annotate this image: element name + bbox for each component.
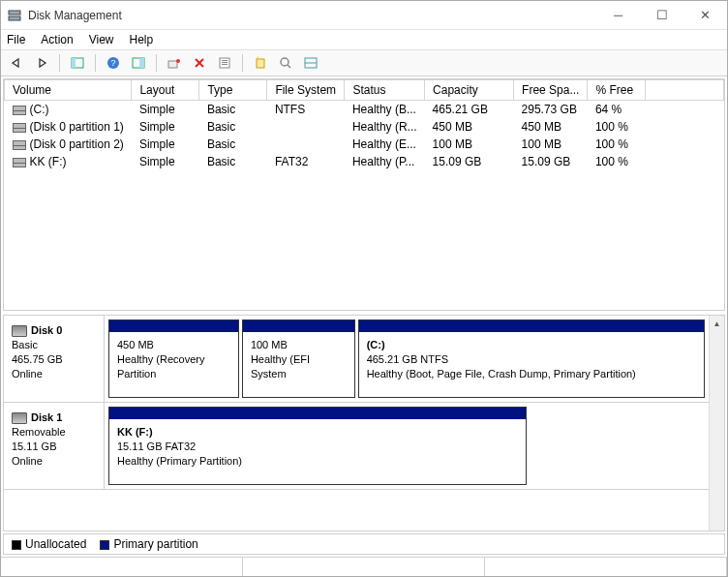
- volume-name: (Disk 0 partition 2): [5, 136, 132, 153]
- forward-button[interactable]: [30, 52, 53, 74]
- col-capacity[interactable]: Capacity: [425, 80, 514, 101]
- volume-row[interactable]: (C:)SimpleBasicNTFSHealthy (B...465.21 G…: [5, 101, 724, 119]
- find-button[interactable]: [274, 52, 297, 74]
- volume-row[interactable]: (Disk 0 partition 2)SimpleBasicHealthy (…: [5, 136, 724, 153]
- partition-status: Healthy (Recovery Partition: [117, 353, 204, 380]
- volume-layout: Simple: [132, 153, 199, 170]
- volume-fs: [267, 118, 345, 136]
- volume-row[interactable]: KK (F:)SimpleBasicFAT32Healthy (P...15.0…: [5, 153, 724, 170]
- partition-size: 15.11 GB FAT32: [117, 440, 196, 452]
- partition-header-bar: [109, 408, 526, 419]
- col-volume[interactable]: Volume: [5, 80, 132, 101]
- disk-label[interactable]: Disk 0Basic465.75 GBOnline: [4, 316, 105, 402]
- toolbar-separator: [59, 54, 60, 72]
- menu-bar: File Action View Help: [1, 30, 727, 49]
- svg-rect-13: [222, 64, 228, 65]
- volume-capacity: 15.09 GB: [425, 153, 514, 170]
- col-filesystem[interactable]: File System: [267, 80, 345, 101]
- drive-icon: [13, 140, 26, 150]
- partition-size: 100 MB: [251, 339, 288, 350]
- partition[interactable]: KK (F:)15.11 GB FAT32Healthy (Primary Pa…: [108, 407, 527, 485]
- layout-button[interactable]: [299, 52, 322, 74]
- partition[interactable]: (C:)465.21 GB NTFSHealthy (Boot, Page Fi…: [358, 319, 705, 398]
- drive-icon: [13, 106, 26, 115]
- toolbar-separator: [95, 54, 96, 72]
- col-free[interactable]: Free Spa...: [514, 80, 588, 101]
- disk-kind: Removable: [12, 426, 66, 438]
- new-button[interactable]: [249, 52, 272, 74]
- menu-help[interactable]: Help: [130, 33, 154, 46]
- refresh-button[interactable]: [127, 52, 150, 74]
- legend-unallocated: Unallocated: [12, 537, 86, 551]
- partition-title: (C:): [367, 339, 385, 350]
- minimize-button[interactable]: ─: [596, 1, 640, 29]
- disk-state: Online: [12, 368, 43, 380]
- svg-rect-11: [222, 60, 228, 61]
- properties-button[interactable]: [213, 52, 236, 74]
- delete-button[interactable]: [188, 52, 211, 74]
- volume-free: 295.73 GB: [514, 101, 588, 119]
- col-pctfree[interactable]: % Free: [588, 80, 646, 101]
- volume-status: Healthy (R...: [345, 118, 425, 136]
- svg-rect-7: [139, 58, 144, 68]
- svg-rect-0: [9, 11, 20, 15]
- col-layout[interactable]: Layout: [132, 80, 199, 101]
- settings-button[interactable]: [163, 52, 186, 74]
- volume-capacity: 100 MB: [425, 136, 514, 153]
- help-button[interactable]: ?: [102, 52, 125, 74]
- svg-rect-3: [72, 58, 76, 68]
- partition-header-bar: [109, 320, 238, 332]
- show-hide-tree-button[interactable]: [66, 52, 89, 74]
- disk-size: 15.11 GB: [12, 440, 56, 452]
- volume-pct: 100 %: [588, 136, 646, 153]
- menu-file[interactable]: File: [7, 33, 25, 46]
- disk-graphical-view[interactable]: Disk 0Basic465.75 GBOnline450 MBHealthy …: [3, 315, 725, 531]
- legend: Unallocated Primary partition: [3, 533, 725, 555]
- disk-label[interactable]: Disk 1Removable15.11 GBOnline: [4, 403, 105, 489]
- volume-pct: 100 %: [588, 118, 646, 136]
- title-bar: Disk Management ─ ☐ ✕: [1, 1, 727, 30]
- volume-free: 450 MB: [514, 118, 588, 136]
- volume-fs: FAT32: [267, 153, 345, 170]
- volume-list[interactable]: Volume Layout Type File System Status Ca…: [3, 78, 725, 311]
- back-button[interactable]: [5, 52, 28, 74]
- primary-swatch-icon: [100, 540, 109, 550]
- menu-action[interactable]: Action: [41, 33, 73, 46]
- col-spacer: [646, 80, 724, 101]
- volume-capacity: 450 MB: [425, 118, 514, 136]
- partition-status: Healthy (EFI System: [251, 353, 310, 380]
- disk-kind: Basic: [12, 339, 38, 350]
- svg-line-16: [288, 65, 290, 68]
- col-type[interactable]: Type: [199, 80, 267, 101]
- volume-free: 15.09 GB: [514, 153, 588, 170]
- volume-type: Basic: [199, 153, 267, 170]
- svg-rect-12: [222, 62, 228, 63]
- scroll-up-icon[interactable]: ▲: [710, 316, 724, 331]
- volume-type: Basic: [199, 118, 267, 136]
- partition-header-bar: [243, 320, 354, 332]
- disk-icon: [12, 412, 27, 424]
- svg-point-15: [281, 58, 288, 66]
- partition[interactable]: 450 MBHealthy (Recovery Partition: [108, 319, 239, 398]
- partition[interactable]: 100 MBHealthy (EFI System: [242, 319, 355, 398]
- disk-state: Online: [12, 455, 43, 467]
- disk-partitions: KK (F:)15.11 GB FAT32Healthy (Primary Pa…: [105, 403, 724, 489]
- vertical-scrollbar[interactable]: ▲: [709, 316, 724, 531]
- disk-name: Disk 0: [31, 324, 62, 336]
- partition-size: 465.21 GB NTFS: [367, 353, 448, 365]
- toolbar-separator: [156, 54, 157, 72]
- disk-name: Disk 1: [31, 411, 62, 423]
- volume-row[interactable]: (Disk 0 partition 1)SimpleBasicHealthy (…: [5, 118, 724, 136]
- volume-pct: 64 %: [588, 101, 646, 119]
- window-title: Disk Management: [28, 9, 596, 22]
- partition-title: KK (F:): [117, 426, 153, 438]
- volume-type: Basic: [199, 101, 267, 119]
- toolbar-separator: [242, 54, 243, 72]
- maximize-button[interactable]: ☐: [640, 1, 683, 29]
- status-bar: [1, 557, 727, 576]
- col-status[interactable]: Status: [345, 80, 425, 101]
- partition-status: Healthy (Boot, Page File, Crash Dump, Pr…: [367, 368, 636, 380]
- partition-status: Healthy (Primary Partition): [117, 455, 242, 467]
- close-button[interactable]: ✕: [683, 1, 727, 29]
- menu-view[interactable]: View: [89, 33, 114, 46]
